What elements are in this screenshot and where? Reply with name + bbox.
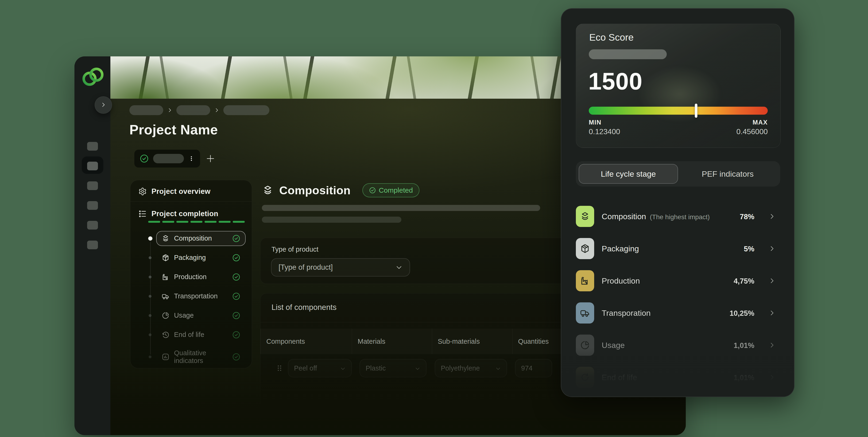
impact-percent: 4,75%: [734, 277, 764, 286]
nav-item-label: Packaging: [174, 254, 228, 262]
nav-item[interactable]: Usage: [130, 306, 252, 325]
kebab-menu-icon[interactable]: [188, 154, 195, 163]
chevron-right-icon: [764, 277, 780, 284]
completion-segment: [205, 221, 217, 223]
sidebar-item[interactable]: [74, 235, 111, 255]
impact-label: Composition: [602, 212, 646, 221]
plus-icon: [206, 154, 215, 164]
min-value: 0.123400: [589, 127, 620, 136]
impact-row[interactable]: Production 4,75%: [576, 269, 780, 292]
layers-icon: [576, 206, 594, 227]
column-header: Materials: [352, 329, 432, 354]
completion-segment: [190, 221, 203, 223]
sidebar-item-placeholder-icon: [87, 142, 98, 151]
add-tab-button[interactable]: [204, 152, 217, 166]
list-icon: [138, 210, 147, 218]
impact-row[interactable]: Packaging 5%: [576, 237, 780, 260]
check-circle-icon: [232, 311, 241, 320]
check-circle-icon: [140, 154, 149, 163]
nav-item[interactable]: Composition: [130, 229, 252, 248]
status-badge-label: Completed: [379, 186, 413, 194]
component-select[interactable]: Peel off: [288, 359, 352, 377]
impact-label: Packaging: [602, 244, 639, 253]
impact-percent: 10,25%: [730, 309, 764, 318]
check-circle-icon: [232, 254, 241, 262]
sidebar-nav: [74, 136, 111, 255]
chevron-right-icon: [764, 310, 780, 317]
breadcrumb-placeholder[interactable]: [129, 105, 163, 115]
nav-item-project-completion[interactable]: Project completion: [130, 202, 252, 221]
impact-percent: 1,01%: [734, 341, 764, 350]
material-select[interactable]: Plastic: [360, 359, 427, 377]
tab[interactable]: Life cycle stage: [579, 164, 678, 184]
nav-item[interactable]: Qualitative indicators: [130, 344, 252, 370]
chart-icon: [161, 353, 170, 361]
project-tab[interactable]: [134, 150, 200, 168]
tab[interactable]: PEF indicators: [678, 164, 777, 184]
timeline-dot-icon: [148, 236, 152, 240]
quantity-field[interactable]: 974: [515, 359, 552, 377]
select-value: Polyethylene: [441, 365, 480, 372]
check-circle-icon: [232, 292, 241, 300]
breadcrumb-placeholder[interactable]: [223, 105, 269, 115]
nav-item[interactable]: Packaging: [130, 248, 252, 267]
impact-row[interactable]: Transporation 10,25%: [576, 301, 780, 325]
impact-label: Usage: [602, 341, 625, 350]
gear-icon: [138, 187, 147, 196]
nav-item[interactable]: Transportation: [130, 287, 252, 306]
eco-score-scale: [589, 107, 768, 115]
chevron-down-icon: [340, 365, 346, 371]
impact-list: Composition (The highest impact) 78% P: [576, 205, 780, 397]
nav-item-label: Composition: [174, 234, 228, 242]
check-circle-icon: [369, 187, 376, 194]
select-value: Plastic: [366, 365, 385, 372]
recycle-icon: [576, 367, 594, 388]
sidebar-item-placeholder-icon: [87, 162, 98, 170]
sidebar-item[interactable]: [74, 136, 111, 156]
check-circle-icon: [232, 273, 241, 281]
completion-segment: [219, 221, 230, 223]
stage-nav-list: Composition Packaging: [130, 229, 252, 370]
impact-label: End of life: [602, 373, 637, 382]
nav-item-label: Qualitative indicators: [174, 349, 228, 365]
nav-completion-label: Project completion: [152, 210, 218, 218]
sub-material-select[interactable]: Polyethylene: [435, 359, 507, 377]
chevron-right-icon: [764, 213, 780, 220]
max-label: MAX: [753, 119, 768, 126]
nav-item-project-overview[interactable]: Project overview: [130, 180, 252, 201]
chevron-right-icon: [764, 342, 780, 349]
eco-score-value: 1500: [588, 68, 643, 95]
impact-row[interactable]: Composition (The highest impact) 78%: [576, 205, 780, 228]
desktop-background: Project Name Project overview Project co…: [0, 0, 868, 437]
nav-item[interactable]: End of life: [130, 325, 252, 344]
impact-row[interactable]: Usage 1,01%: [576, 333, 780, 357]
breadcrumb-placeholder[interactable]: [176, 105, 210, 115]
tab-label: Life cycle stage: [601, 169, 656, 179]
factory-icon: [576, 270, 594, 291]
sidebar-item[interactable]: [74, 215, 111, 235]
sidebar-item[interactable]: [74, 156, 111, 176]
field-label: Type of product: [272, 245, 318, 253]
completion-progress: [148, 221, 245, 223]
impact-row[interactable]: End of life 1,01%: [576, 366, 780, 389]
sidebar-item[interactable]: [74, 196, 111, 215]
eco-score-title: Eco Score: [589, 32, 633, 43]
select-value: [Type of product]: [279, 263, 396, 271]
check-circle-icon: [232, 353, 241, 361]
nav-item-label: Production: [174, 273, 228, 281]
drag-handle-icon[interactable]: [276, 363, 283, 373]
column-header: Components: [260, 329, 352, 354]
timeline-dot-icon: [149, 355, 152, 358]
nav-item[interactable]: Production: [130, 267, 252, 287]
completion-segment: [162, 221, 174, 223]
sidebar-item[interactable]: [74, 176, 111, 196]
factory-icon: [161, 273, 170, 281]
tab-label-placeholder: [153, 154, 184, 163]
section-title: Composition: [279, 184, 351, 197]
check-circle-icon: [232, 234, 241, 243]
text-placeholder: [262, 205, 540, 211]
sidebar-expand-button[interactable]: [95, 96, 112, 114]
app-logo-icon: [80, 67, 105, 87]
impact-percent: 78%: [740, 213, 764, 221]
type-of-product-select[interactable]: [Type of product]: [271, 258, 410, 276]
